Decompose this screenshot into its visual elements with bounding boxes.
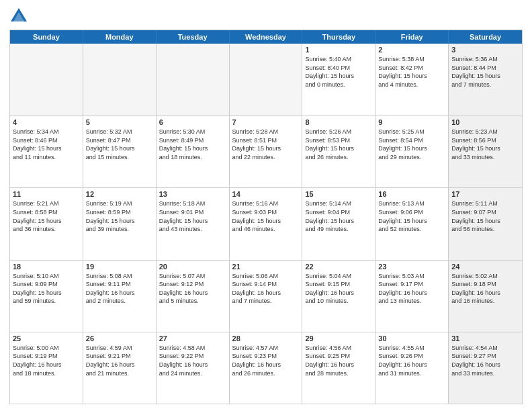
day-info: Sunrise: 5:19 AM Sunset: 8:59 PM Dayligh… (86, 199, 153, 233)
day-info: Sunrise: 5:36 AM Sunset: 8:44 PM Dayligh… (451, 55, 519, 89)
day-number: 7 (232, 118, 300, 126)
day-number: 4 (13, 118, 80, 126)
day-number: 23 (378, 263, 445, 271)
day-number: 18 (13, 263, 80, 271)
day-info: Sunrise: 4:56 AM Sunset: 9:25 PM Dayligh… (305, 344, 372, 377)
empty-cell-r0c3 (230, 44, 303, 116)
calendar: SundayMondayTuesdayWednesdayThursdayFrid… (9, 30, 523, 404)
day-cell-22: 22Sunrise: 5:04 AM Sunset: 9:15 PM Dayli… (302, 261, 375, 332)
day-info: Sunrise: 5:26 AM Sunset: 8:53 PM Dayligh… (305, 128, 372, 161)
day-number: 29 (305, 334, 372, 342)
day-cell-3: 3Sunrise: 5:36 AM Sunset: 8:44 PM Daylig… (449, 44, 522, 116)
day-cell-12: 12Sunrise: 5:19 AM Sunset: 8:59 PM Dayli… (83, 188, 157, 259)
day-info: Sunrise: 4:55 AM Sunset: 9:26 PM Dayligh… (378, 344, 445, 377)
day-cell-1: 1Sunrise: 5:40 AM Sunset: 8:40 PM Daylig… (302, 44, 375, 116)
day-cell-21: 21Sunrise: 5:06 AM Sunset: 9:14 PM Dayli… (230, 261, 303, 332)
day-info: Sunrise: 5:07 AM Sunset: 9:12 PM Dayligh… (159, 272, 226, 306)
day-cell-18: 18Sunrise: 5:10 AM Sunset: 9:09 PM Dayli… (10, 261, 83, 332)
day-info: Sunrise: 5:28 AM Sunset: 8:51 PM Dayligh… (232, 128, 300, 161)
day-number: 12 (86, 190, 153, 198)
day-info: Sunrise: 5:14 AM Sunset: 9:04 PM Dayligh… (305, 199, 372, 233)
day-cell-9: 9Sunrise: 5:25 AM Sunset: 8:54 PM Daylig… (375, 116, 449, 187)
day-number: 2 (378, 46, 445, 54)
day-number: 26 (86, 334, 153, 342)
day-cell-29: 29Sunrise: 4:56 AM Sunset: 9:25 PM Dayli… (302, 332, 375, 404)
day-info: Sunrise: 5:21 AM Sunset: 8:58 PM Dayligh… (13, 199, 80, 233)
calendar-row-5: 25Sunrise: 5:00 AM Sunset: 9:19 PM Dayli… (10, 332, 522, 404)
day-cell-28: 28Sunrise: 4:57 AM Sunset: 9:23 PM Dayli… (230, 332, 303, 404)
day-info: Sunrise: 5:34 AM Sunset: 8:46 PM Dayligh… (13, 128, 80, 161)
day-info: Sunrise: 5:32 AM Sunset: 8:47 PM Dayligh… (86, 128, 153, 161)
day-number: 21 (232, 263, 300, 271)
day-info: Sunrise: 5:13 AM Sunset: 9:06 PM Dayligh… (378, 199, 445, 233)
day-cell-4: 4Sunrise: 5:34 AM Sunset: 8:46 PM Daylig… (10, 116, 83, 187)
day-cell-25: 25Sunrise: 5:00 AM Sunset: 9:19 PM Dayli… (10, 332, 83, 404)
weekday-header-thursday: Thursday (302, 30, 375, 44)
page: SundayMondayTuesdayWednesdayThursdayFrid… (0, 0, 532, 411)
day-cell-5: 5Sunrise: 5:32 AM Sunset: 8:47 PM Daylig… (83, 116, 157, 187)
day-number: 19 (86, 263, 153, 271)
day-number: 30 (378, 334, 445, 342)
day-number: 11 (13, 190, 80, 198)
day-cell-20: 20Sunrise: 5:07 AM Sunset: 9:12 PM Dayli… (157, 261, 230, 332)
header (9, 7, 523, 26)
day-info: Sunrise: 5:16 AM Sunset: 9:03 PM Dayligh… (232, 199, 300, 233)
day-cell-11: 11Sunrise: 5:21 AM Sunset: 8:58 PM Dayli… (10, 188, 83, 259)
day-number: 28 (232, 334, 300, 342)
day-number: 14 (232, 190, 300, 198)
calendar-header: SundayMondayTuesdayWednesdayThursdayFrid… (10, 30, 522, 44)
calendar-row-2: 4Sunrise: 5:34 AM Sunset: 8:46 PM Daylig… (10, 116, 522, 187)
day-number: 24 (451, 263, 519, 271)
day-cell-26: 26Sunrise: 4:59 AM Sunset: 9:21 PM Dayli… (83, 332, 157, 404)
weekday-header-friday: Friday (375, 30, 449, 44)
day-info: Sunrise: 5:00 AM Sunset: 9:19 PM Dayligh… (13, 344, 80, 377)
day-info: Sunrise: 5:11 AM Sunset: 9:07 PM Dayligh… (451, 199, 519, 233)
day-info: Sunrise: 5:25 AM Sunset: 8:54 PM Dayligh… (378, 128, 445, 161)
day-info: Sunrise: 4:59 AM Sunset: 9:21 PM Dayligh… (86, 344, 153, 377)
day-number: 10 (451, 118, 519, 126)
day-cell-10: 10Sunrise: 5:23 AM Sunset: 8:56 PM Dayli… (449, 116, 522, 187)
day-info: Sunrise: 4:57 AM Sunset: 9:23 PM Dayligh… (232, 344, 300, 377)
day-cell-7: 7Sunrise: 5:28 AM Sunset: 8:51 PM Daylig… (230, 116, 303, 187)
day-number: 13 (159, 190, 226, 198)
day-info: Sunrise: 5:10 AM Sunset: 9:09 PM Dayligh… (13, 272, 80, 306)
day-info: Sunrise: 5:38 AM Sunset: 8:42 PM Dayligh… (378, 55, 445, 89)
day-cell-31: 31Sunrise: 4:54 AM Sunset: 9:27 PM Dayli… (449, 332, 522, 404)
day-cell-15: 15Sunrise: 5:14 AM Sunset: 9:04 PM Dayli… (302, 188, 375, 259)
calendar-row-1: 1Sunrise: 5:40 AM Sunset: 8:40 PM Daylig… (10, 44, 522, 116)
day-cell-27: 27Sunrise: 4:58 AM Sunset: 9:22 PM Dayli… (157, 332, 230, 404)
weekday-header-wednesday: Wednesday (230, 30, 303, 44)
day-cell-13: 13Sunrise: 5:18 AM Sunset: 9:01 PM Dayli… (157, 188, 230, 259)
day-number: 1 (305, 46, 372, 54)
day-cell-23: 23Sunrise: 5:03 AM Sunset: 9:17 PM Dayli… (375, 261, 449, 332)
calendar-row-4: 18Sunrise: 5:10 AM Sunset: 9:09 PM Dayli… (10, 260, 522, 332)
day-info: Sunrise: 5:02 AM Sunset: 9:18 PM Dayligh… (451, 272, 519, 306)
weekday-header-monday: Monday (83, 30, 157, 44)
calendar-row-3: 11Sunrise: 5:21 AM Sunset: 8:58 PM Dayli… (10, 187, 522, 259)
day-cell-30: 30Sunrise: 4:55 AM Sunset: 9:26 PM Dayli… (375, 332, 449, 404)
day-number: 20 (159, 263, 226, 271)
day-number: 3 (451, 46, 519, 54)
weekday-header-sunday: Sunday (10, 30, 83, 44)
day-info: Sunrise: 5:40 AM Sunset: 8:40 PM Dayligh… (305, 55, 372, 89)
empty-cell-r0c0 (10, 44, 83, 116)
day-info: Sunrise: 5:23 AM Sunset: 8:56 PM Dayligh… (451, 128, 519, 161)
day-cell-17: 17Sunrise: 5:11 AM Sunset: 9:07 PM Dayli… (449, 188, 522, 259)
empty-cell-r0c1 (83, 44, 157, 116)
day-number: 9 (378, 118, 445, 126)
day-number: 31 (451, 334, 519, 342)
day-number: 5 (86, 118, 153, 126)
day-info: Sunrise: 5:08 AM Sunset: 9:11 PM Dayligh… (86, 272, 153, 306)
empty-cell-r0c2 (157, 44, 230, 116)
day-cell-8: 8Sunrise: 5:26 AM Sunset: 8:53 PM Daylig… (302, 116, 375, 187)
day-info: Sunrise: 5:04 AM Sunset: 9:15 PM Dayligh… (305, 272, 372, 306)
day-info: Sunrise: 4:54 AM Sunset: 9:27 PM Dayligh… (451, 344, 519, 377)
logo-icon (9, 7, 28, 26)
day-number: 16 (378, 190, 445, 198)
day-info: Sunrise: 5:06 AM Sunset: 9:14 PM Dayligh… (232, 272, 300, 306)
day-number: 6 (159, 118, 226, 126)
day-number: 17 (451, 190, 519, 198)
day-info: Sunrise: 5:18 AM Sunset: 9:01 PM Dayligh… (159, 199, 226, 233)
day-number: 25 (13, 334, 80, 342)
day-info: Sunrise: 5:03 AM Sunset: 9:17 PM Dayligh… (378, 272, 445, 306)
